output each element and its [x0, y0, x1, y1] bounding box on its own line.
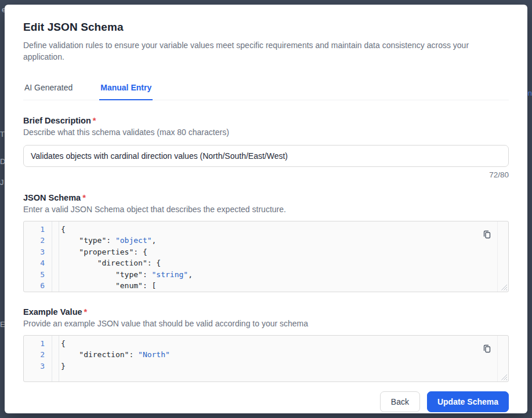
- line-number-gutter: 123: [24, 338, 52, 372]
- example-value-helper: Provide an example JSON value that shoul…: [23, 319, 509, 328]
- modal-footer: Back Update Schema: [5, 382, 527, 413]
- tab-ai-generated[interactable]: AI Generated: [23, 77, 74, 100]
- example-value-editor-content: 123 { "direction": "North"}: [24, 336, 508, 372]
- gutter-divider: [52, 336, 52, 381]
- line-number-gutter: 1234567: [24, 224, 52, 292]
- brief-description-section: Brief Description* Describe what this sc…: [23, 116, 509, 179]
- tab-bar: AI Generated Manual Entry: [23, 77, 509, 100]
- brief-description-input[interactable]: [23, 145, 509, 167]
- required-asterisk: *: [93, 116, 96, 125]
- example-value-editor[interactable]: 123 { "direction": "North"}: [23, 335, 509, 382]
- example-value-label-text: Example Value: [23, 307, 82, 317]
- code-area[interactable]: { "direction": "North"}: [52, 338, 170, 372]
- copy-button[interactable]: [479, 341, 494, 356]
- copy-icon: [482, 230, 491, 239]
- tab-manual-entry[interactable]: Manual Entry: [99, 77, 153, 100]
- example-value-section: Example Value* Provide an example JSON v…: [23, 307, 509, 382]
- example-value-label: Example Value*: [23, 307, 509, 317]
- json-schema-label-text: JSON Schema: [23, 193, 81, 202]
- modal-title: Edit JSON Schema: [23, 21, 509, 34]
- char-count: 72/80: [23, 170, 509, 179]
- json-schema-label: JSON Schema*: [23, 193, 509, 202]
- copy-icon: [482, 344, 491, 353]
- gutter-divider: [52, 221, 52, 292]
- update-schema-button[interactable]: Update Schema: [427, 391, 509, 412]
- brief-description-label: Brief Description*: [23, 116, 509, 125]
- brief-description-label-text: Brief Description: [23, 116, 91, 125]
- code-area[interactable]: { "type": "object", "properties": { "dir…: [52, 224, 193, 292]
- modal-subtitle: Define validation rules to ensure your v…: [23, 39, 509, 63]
- scrollbar-track: [497, 336, 498, 381]
- modal-content: Edit JSON Schema Define validation rules…: [5, 5, 527, 382]
- json-schema-editor[interactable]: 1234567 { "type": "object", "properties"…: [23, 221, 509, 292]
- indent-guide: [59, 336, 59, 381]
- back-button[interactable]: Back: [380, 391, 420, 412]
- required-asterisk: *: [84, 307, 88, 317]
- bg-fragment: J: [0, 178, 4, 187]
- json-schema-editor-content: 1234567 { "type": "object", "properties"…: [24, 221, 508, 292]
- scrollbar-track: [497, 221, 498, 292]
- brief-description-helper: Describe what this schema validates (max…: [23, 128, 509, 137]
- copy-button[interactable]: [479, 227, 494, 242]
- json-schema-section: JSON Schema* Enter a valid JSON Schema o…: [23, 193, 509, 292]
- resize-handle[interactable]: [501, 374, 507, 380]
- bg-fragment: T: [0, 130, 5, 139]
- required-asterisk: *: [82, 193, 86, 202]
- edit-json-schema-modal: Edit JSON Schema Define validation rules…: [5, 5, 527, 413]
- json-schema-helper: Enter a valid JSON Schema object that de…: [23, 205, 509, 214]
- indent-guide: [59, 221, 59, 292]
